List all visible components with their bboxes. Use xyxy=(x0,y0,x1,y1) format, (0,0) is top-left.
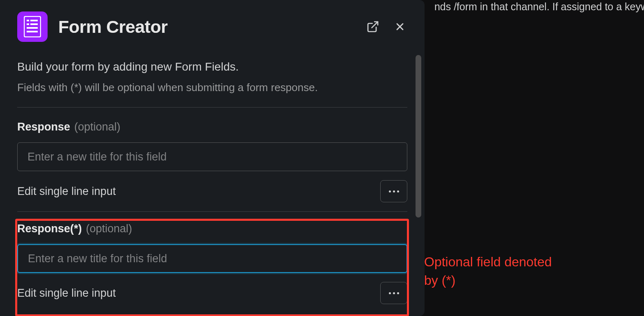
field-label-row: Response(*) (optional) xyxy=(17,222,407,235)
more-icon xyxy=(389,190,399,192)
header-actions xyxy=(365,18,407,35)
intro-text: Build your form by adding new Form Field… xyxy=(17,58,407,76)
field-label: Response(*) xyxy=(17,222,82,235)
svg-line-7 xyxy=(372,22,378,28)
form-field-block-1: Response (optional) Edit single line inp… xyxy=(17,121,407,212)
external-link-icon xyxy=(366,20,379,33)
svg-rect-2 xyxy=(30,20,38,21)
field-more-button-2[interactable] xyxy=(380,282,407,304)
svg-rect-4 xyxy=(30,23,38,25)
field-title-input-1[interactable] xyxy=(17,142,407,171)
form-field-block-2: Response(*) (optional) Edit single line … xyxy=(17,222,407,308)
svg-rect-5 xyxy=(27,27,38,29)
svg-rect-3 xyxy=(27,23,29,25)
form-creator-modal: Form Creator Build your form by adding n… xyxy=(0,0,425,316)
annotation-line1: Optional field denoted xyxy=(424,254,552,269)
form-creator-app-icon xyxy=(17,11,48,42)
edit-field-text: Edit single line input xyxy=(17,287,116,300)
open-external-button[interactable] xyxy=(365,18,381,35)
close-button[interactable] xyxy=(393,19,407,34)
close-icon xyxy=(394,21,406,32)
modal-title: Form Creator xyxy=(58,17,354,37)
field-optional-tag: (optional) xyxy=(74,121,121,133)
svg-rect-6 xyxy=(27,31,38,32)
scrollbar-thumb[interactable] xyxy=(416,55,421,218)
subintro-text: Fields with (*) will be optional when su… xyxy=(17,81,407,94)
section-divider xyxy=(17,107,407,108)
modal-header: Form Creator xyxy=(0,0,425,50)
edit-field-text: Edit single line input xyxy=(17,185,116,198)
field-more-button-1[interactable] xyxy=(380,180,407,202)
modal-body: Build your form by adding new Form Field… xyxy=(0,50,425,316)
field-title-input-2[interactable] xyxy=(17,244,407,273)
field-label: Response xyxy=(17,121,70,133)
field-label-row: Response (optional) xyxy=(17,121,407,133)
annotation-line2: by (*) xyxy=(424,273,455,288)
annotation-label: Optional field denoted by (*) xyxy=(424,253,552,290)
svg-rect-1 xyxy=(27,20,29,21)
field-footer: Edit single line input xyxy=(17,180,407,212)
more-icon xyxy=(389,292,399,294)
field-footer: Edit single line input xyxy=(17,282,407,308)
svg-rect-0 xyxy=(24,16,41,37)
field-optional-tag: (optional) xyxy=(86,222,132,235)
background-hint-text: nds /form in that channel. If assigned t… xyxy=(434,0,644,13)
